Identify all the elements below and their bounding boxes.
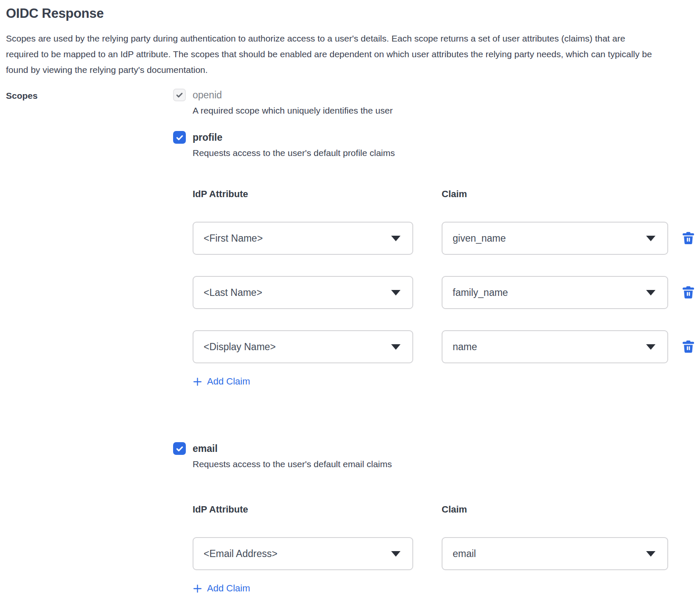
claim-select[interactable]: given_name bbox=[442, 222, 668, 255]
idp-attribute-select[interactable]: <Last Name> bbox=[193, 276, 413, 309]
add-claim-label: Add Claim bbox=[207, 376, 250, 387]
profile-checkbox[interactable] bbox=[173, 131, 186, 144]
claim-select[interactable]: email bbox=[442, 537, 668, 570]
idp-attribute-value: <Display Name> bbox=[204, 341, 276, 353]
claim-value: given_name bbox=[453, 233, 506, 244]
check-icon bbox=[175, 444, 184, 453]
page-description: Scopes are used by the relying party dur… bbox=[6, 31, 652, 78]
idp-attribute-header: IdP Attribute bbox=[193, 189, 413, 200]
caret-down-icon bbox=[391, 290, 400, 295]
scope-email-label: email bbox=[193, 443, 218, 454]
claim-row: <First Name> given_name bbox=[193, 222, 694, 255]
scope-profile: profile Requests access to the user's de… bbox=[173, 131, 694, 387]
delete-claim-button[interactable] bbox=[682, 340, 694, 354]
plus-icon bbox=[193, 377, 202, 387]
idp-attribute-select[interactable]: <Display Name> bbox=[193, 330, 413, 363]
idp-attribute-select[interactable]: <Email Address> bbox=[193, 537, 413, 570]
caret-down-icon bbox=[646, 344, 655, 350]
scopes-content: openid A required scope which uniquely i… bbox=[173, 89, 694, 594]
add-claim-label: Add Claim bbox=[207, 583, 250, 594]
profile-claims-table: IdP Attribute Claim <First Name> given_n… bbox=[193, 189, 694, 387]
scope-profile-label: profile bbox=[193, 132, 222, 143]
scope-profile-description: Requests access to the user's default pr… bbox=[193, 148, 694, 158]
claim-header: Claim bbox=[442, 189, 467, 200]
add-claim-button[interactable]: Add Claim bbox=[193, 583, 250, 594]
claim-row: <Email Address> email bbox=[193, 537, 694, 570]
trash-icon bbox=[683, 340, 694, 353]
idp-attribute-value: <Email Address> bbox=[204, 548, 277, 560]
check-icon bbox=[175, 91, 184, 99]
check-icon bbox=[175, 133, 184, 142]
caret-down-icon bbox=[646, 290, 655, 295]
claim-select[interactable]: name bbox=[442, 330, 668, 363]
oidc-response-page: OIDC Response Scopes are used by the rel… bbox=[0, 0, 700, 607]
scope-openid-description: A required scope which uniquely identifi… bbox=[193, 106, 694, 116]
caret-down-icon bbox=[646, 551, 655, 557]
openid-checkbox bbox=[173, 89, 186, 101]
delete-claim-button[interactable] bbox=[682, 231, 694, 245]
scope-email-description: Requests access to the user's default em… bbox=[193, 459, 694, 469]
caret-down-icon bbox=[391, 551, 400, 557]
trash-icon bbox=[683, 286, 694, 299]
scope-openid: openid A required scope which uniquely i… bbox=[173, 89, 694, 116]
scopes-label: Scopes bbox=[6, 89, 173, 594]
trash-icon bbox=[683, 232, 694, 245]
claim-value: family_name bbox=[453, 287, 508, 298]
caret-down-icon bbox=[391, 236, 400, 241]
idp-attribute-header: IdP Attribute bbox=[193, 504, 413, 515]
email-checkbox[interactable] bbox=[173, 442, 186, 455]
scope-openid-label: openid bbox=[193, 89, 222, 101]
claim-value: email bbox=[453, 548, 476, 560]
caret-down-icon bbox=[646, 236, 655, 241]
claim-row: <Display Name> name bbox=[193, 330, 694, 363]
idp-attribute-select[interactable]: <First Name> bbox=[193, 222, 413, 255]
idp-attribute-value: <Last Name> bbox=[204, 287, 262, 298]
plus-icon bbox=[193, 584, 202, 593]
claim-header: Claim bbox=[442, 504, 467, 515]
claim-value: name bbox=[453, 341, 477, 353]
idp-attribute-value: <First Name> bbox=[204, 233, 263, 244]
page-title: OIDC Response bbox=[6, 6, 694, 21]
scope-email: email Requests access to the user's defa… bbox=[173, 442, 694, 594]
claim-row: <Last Name> family_name bbox=[193, 276, 694, 309]
claim-select[interactable]: family_name bbox=[442, 276, 668, 309]
add-claim-button[interactable]: Add Claim bbox=[193, 376, 250, 387]
delete-claim-button[interactable] bbox=[682, 286, 694, 299]
scopes-form-row: Scopes openid A required scope which uni… bbox=[6, 89, 694, 594]
email-claims-table: IdP Attribute Claim <Email Address> emai… bbox=[193, 504, 694, 594]
caret-down-icon bbox=[391, 344, 400, 350]
